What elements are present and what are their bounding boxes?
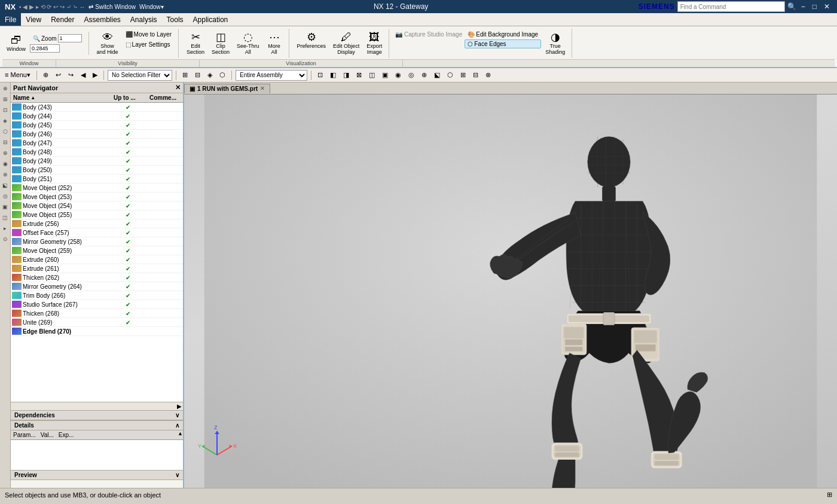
tb-view14[interactable]: ⊗: [483, 70, 493, 80]
minimize-button[interactable]: −: [799, 2, 808, 11]
details-sort-icon[interactable]: ▲: [178, 430, 183, 439]
menu-tools[interactable]: Tools: [162, 13, 188, 26]
menu-toggle-btn[interactable]: ≡ Menu▾: [2, 70, 33, 80]
menu-application[interactable]: Application: [188, 13, 233, 26]
left-icon-2[interactable]: ⊞: [1, 94, 10, 104]
tb-view12[interactable]: ⊞: [458, 70, 468, 80]
face-edges-btn[interactable]: ⬡ Face Edges: [465, 39, 541, 48]
nav-item[interactable]: Body (249)✔: [11, 157, 183, 166]
left-icon-14[interactable]: ▸: [1, 224, 10, 233]
edit-background-btn[interactable]: 🎨 Edit Background Image: [465, 30, 541, 39]
true-shading-btn[interactable]: ◑ TrueShading: [542, 30, 568, 57]
edit-obj-display-btn[interactable]: 🖊 Edit ObjectDisplay: [330, 30, 362, 57]
tb-view6[interactable]: ▣: [380, 70, 390, 80]
nav-item[interactable]: Unite (269)✔: [11, 318, 183, 327]
nav-item[interactable]: Mirror Geometry (258)✔: [11, 237, 183, 246]
part-nav-close-icon[interactable]: ✕: [175, 84, 181, 91]
left-icon-1[interactable]: ⊕: [1, 84, 10, 93]
menu-render[interactable]: Render: [46, 13, 79, 26]
nav-item[interactable]: Body (245)✔: [11, 121, 183, 130]
dependencies-header[interactable]: Dependencies ∨: [11, 411, 183, 420]
command-search-input[interactable]: [677, 1, 785, 12]
search-icon[interactable]: 🔍: [787, 2, 796, 11]
nav-item[interactable]: Body (251)✔: [11, 175, 183, 184]
left-icon-6[interactable]: ⊟: [1, 138, 10, 147]
assembly-filter-select[interactable]: Entire Assembly: [236, 70, 307, 81]
tb-view5[interactable]: ◫: [366, 70, 377, 80]
nav-item[interactable]: Extrude (256)✔: [11, 219, 183, 228]
left-icon-10[interactable]: ⬕: [1, 181, 10, 190]
edit-section-btn[interactable]: ✂ EditSection: [184, 30, 207, 57]
more-btn[interactable]: ⋯ MoreAll: [264, 30, 285, 57]
nav-item[interactable]: Body (248)✔: [11, 148, 183, 157]
part-nav-list[interactable]: Body (243)✔Body (244)✔Body (245)✔Body (2…: [11, 103, 183, 402]
capture-studio-btn[interactable]: 📷 Capture Studio Image: [394, 30, 463, 39]
left-icon-15[interactable]: ⊙: [1, 234, 10, 244]
export-image-btn[interactable]: 🖼 ExportImage: [363, 30, 385, 57]
nav-item[interactable]: Move Object (255)✔: [11, 210, 183, 219]
zoom-input[interactable]: [58, 34, 82, 42]
tb-view9[interactable]: ⊕: [419, 70, 429, 80]
selection-filter-select[interactable]: No Selection Filter: [108, 70, 172, 81]
toolbar-icon-6[interactable]: ⊞: [180, 70, 190, 80]
toolbar-icon-9[interactable]: ⬡: [217, 70, 228, 80]
tb-view8[interactable]: ◎: [406, 70, 417, 80]
menu-assemblies[interactable]: Assemblies: [80, 13, 126, 26]
tb-view3[interactable]: ◨: [341, 70, 352, 80]
window-menu-btn[interactable]: Window▾: [139, 4, 164, 10]
tb-view7[interactable]: ◉: [393, 70, 404, 80]
window-btn[interactable]: 🗗 Window: [4, 33, 29, 54]
left-icon-11[interactable]: ◎: [1, 191, 10, 201]
nav-item[interactable]: Move Object (252)✔: [11, 184, 183, 193]
nav-item[interactable]: Extrude (261)✔: [11, 264, 183, 273]
tb-view1[interactable]: ⊡: [315, 70, 325, 80]
left-icon-13[interactable]: ◫: [1, 213, 10, 222]
left-icon-12[interactable]: ▣: [1, 202, 10, 212]
zoom-value-input[interactable]: [30, 44, 60, 53]
toolbar-icon-3[interactable]: ↪: [66, 70, 76, 80]
nav-item[interactable]: Thicken (262)✔: [11, 273, 183, 282]
left-icon-5[interactable]: ⬡: [1, 127, 10, 136]
left-icon-8[interactable]: ◉: [1, 159, 10, 169]
nav-item[interactable]: Move Object (259)✔: [11, 246, 183, 255]
nav-item[interactable]: Move Object (253)✔: [11, 193, 183, 201]
close-button[interactable]: ✕: [821, 2, 832, 11]
nav-item[interactable]: Trim Body (266)✔: [11, 291, 183, 300]
menu-file[interactable]: File: [0, 13, 21, 26]
nav-item[interactable]: Thicken (268)✔: [11, 309, 183, 318]
menu-analysis[interactable]: Analysis: [126, 13, 162, 26]
left-icon-4[interactable]: ◈: [1, 116, 10, 126]
nav-item[interactable]: Edge Blend (270): [11, 327, 183, 336]
switch-window-btn[interactable]: ⇄ Switch Window: [88, 4, 136, 10]
viewport[interactable]: ▣ 1 RUN with GEMS.prt ✕: [184, 83, 837, 488]
toolbar-icon-5[interactable]: ▶: [90, 70, 100, 80]
toolbar-icon-4[interactable]: ◀: [78, 70, 88, 80]
nav-item[interactable]: Offset Face (257)✔: [11, 228, 183, 237]
scroll-right-btn[interactable]: ▶: [177, 403, 182, 410]
viewport-tab-close[interactable]: ✕: [260, 85, 265, 91]
tb-view13[interactable]: ⊟: [471, 70, 481, 80]
nav-item[interactable]: Studio Surface (267)✔: [11, 300, 183, 309]
zoom-btn[interactable]: 🔍 Zoom: [30, 33, 85, 44]
clip-section-btn[interactable]: ◫ ClipSection: [209, 30, 233, 57]
left-icon-7[interactable]: ⊕: [1, 148, 10, 158]
nav-item[interactable]: Body (246)✔: [11, 130, 183, 139]
menu-view[interactable]: View: [21, 13, 46, 26]
nav-item[interactable]: Body (243)✔: [11, 103, 183, 112]
preview-header[interactable]: Preview ∨: [11, 471, 183, 480]
preferences-btn[interactable]: ⚙ Preferences: [294, 30, 329, 51]
toolbar-icon-2[interactable]: ↩: [53, 70, 63, 80]
tb-view4[interactable]: ⊠: [354, 70, 364, 80]
toolbar-icon-7[interactable]: ⊟: [193, 70, 203, 80]
move-to-layer-btn[interactable]: ⬛ Move to Layer: [123, 30, 175, 39]
left-icon-3[interactable]: ⊡: [1, 105, 10, 115]
viewport-3d-content[interactable]: X Y Z: [184, 94, 837, 488]
nav-item[interactable]: Mirror Geometry (264)✔: [11, 282, 183, 291]
nav-item[interactable]: Move Object (254)✔: [11, 201, 183, 210]
toolbar-icon-1[interactable]: ⊕: [41, 70, 51, 80]
viewport-tab-item[interactable]: ▣ 1 RUN with GEMS.prt ✕: [184, 84, 270, 93]
nav-item[interactable]: Body (250)✔: [11, 166, 183, 175]
details-header[interactable]: Details ∧: [11, 421, 183, 430]
tb-view2[interactable]: ◧: [328, 70, 338, 80]
nav-item[interactable]: Body (247)✔: [11, 139, 183, 148]
